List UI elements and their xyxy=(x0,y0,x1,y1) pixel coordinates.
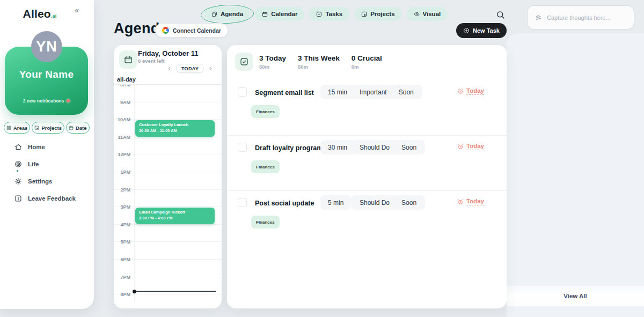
scribble-icon xyxy=(535,14,543,21)
tab-tasks[interactable]: Tasks xyxy=(309,7,349,21)
hour-label: 2PM xyxy=(114,187,130,193)
calendar-date-title: Friday, October 11 xyxy=(138,49,198,57)
tasks-icon xyxy=(316,11,322,17)
task-row: Draft loyalty program30 minShould DoSoon… xyxy=(227,136,507,191)
task-title[interactable]: Segment email list xyxy=(255,89,314,97)
sidebar-item-life[interactable]: Life xyxy=(0,156,94,173)
top-nav: AgendaCalendarTasksProjectsVisual xyxy=(204,7,448,21)
app-logo-suffix: .ai xyxy=(51,13,57,19)
calendar-grid: all-day8AM9AM10AM11AM12PM1PM2PM3PM4PM5PM… xyxy=(114,76,222,301)
task-checkbox[interactable] xyxy=(238,143,247,152)
hour-label: 8PM xyxy=(114,292,130,297)
task-row: Post social update5 minShould DoSoonToda… xyxy=(227,191,507,246)
sidebar-item-leave-feedback[interactable]: Leave Feedback xyxy=(0,190,94,207)
hour-label: 7PM xyxy=(114,275,130,280)
tab-visual[interactable]: Visual xyxy=(407,7,448,21)
right-panel: View All xyxy=(507,33,644,317)
new-task-button[interactable]: New Task xyxy=(456,23,507,38)
search-icon[interactable] xyxy=(496,10,505,19)
sidebar: Alleo.ai « YN Your Name 2 new notificati… xyxy=(0,0,94,309)
sidebar-filter-date[interactable]: Date xyxy=(66,122,90,134)
stat-time: 50m xyxy=(298,64,340,70)
sidebar-menu: HomeLifeSettingsLeave Feedback xyxy=(0,138,94,207)
task-stats: 3 Today50m3 This Week50m0 Crucial0m xyxy=(259,54,382,70)
hour-label: 1PM xyxy=(114,169,130,175)
hour-label: 6PM xyxy=(114,257,130,262)
task-duration-pill[interactable]: 5 min xyxy=(320,195,351,210)
tab-label: Visual xyxy=(423,11,441,17)
app-logo: Alleo.ai xyxy=(0,8,79,20)
avatar[interactable]: YN xyxy=(31,31,62,62)
filter-label: Areas xyxy=(13,125,27,131)
task-due-label: Today xyxy=(466,143,484,150)
tab-agenda[interactable]: Agenda xyxy=(204,7,250,21)
task-title[interactable]: Draft loyalty program xyxy=(255,144,323,152)
home-icon xyxy=(14,143,22,151)
event-title: Customer Loyalty Launch xyxy=(139,122,211,127)
stat-count: 0 Crucial xyxy=(352,54,382,62)
task-duration-pill[interactable]: 30 min xyxy=(320,140,355,154)
event-title: Email Campaign Kickoff xyxy=(139,210,211,215)
sidebar-item-settings[interactable]: Settings xyxy=(0,173,94,190)
task-priority: Should Do xyxy=(360,199,390,207)
gear-icon xyxy=(14,178,22,185)
menu-label: Settings xyxy=(28,178,52,185)
tab-projects[interactable]: Projects xyxy=(354,7,401,21)
google-logo-icon xyxy=(162,27,169,34)
task-title[interactable]: Post social update xyxy=(255,200,314,207)
task-tag[interactable]: Finances xyxy=(251,105,280,118)
task-priority-pill[interactable]: ImportantSoon xyxy=(351,85,422,99)
sidebar-collapse-icon[interactable]: « xyxy=(75,6,79,14)
task-due-label: Today xyxy=(466,198,484,205)
task-priority-pill[interactable]: Should DoSoon xyxy=(351,140,425,154)
calendar-icon xyxy=(262,11,268,17)
calendar-event[interactable]: Email Campaign Kickoff3:00 PM - 4:00 PM xyxy=(135,208,215,224)
task-tag[interactable]: Finances xyxy=(251,160,280,173)
hour-label: 3PM xyxy=(114,204,130,210)
alarm-icon xyxy=(457,88,464,94)
task-priority: Important xyxy=(360,89,387,96)
tab-label: Agenda xyxy=(221,11,243,17)
filter-label: Date xyxy=(76,125,87,131)
task-due[interactable]: Today xyxy=(457,198,484,205)
notification-dot-icon xyxy=(67,99,70,102)
today-button[interactable]: TODAY xyxy=(176,64,204,73)
notifications[interactable]: 2 new notifications xyxy=(5,98,88,104)
projects-icon xyxy=(34,126,39,130)
task-duration-pill[interactable]: 15 min xyxy=(320,85,355,99)
sidebar-item-home[interactable]: Home xyxy=(0,138,94,156)
task-due[interactable]: Today xyxy=(457,143,484,150)
sidebar-filter-projects[interactable]: Projects xyxy=(32,122,64,134)
calendar-event[interactable]: Customer Loyalty Launch10:00 AM - 11:00 … xyxy=(135,120,215,137)
tab-calendar[interactable]: Calendar xyxy=(255,7,304,21)
tasks-header-icon-box xyxy=(235,53,253,71)
task-priority-pill[interactable]: Should DoSoon xyxy=(351,195,425,210)
capture-thoughts-box[interactable] xyxy=(527,5,634,30)
task-tag[interactable]: Finances xyxy=(251,216,280,228)
view-all-link[interactable]: View All xyxy=(564,293,587,299)
task-checkbox[interactable] xyxy=(238,198,247,207)
menu-label: Home xyxy=(28,144,45,150)
task-stat-3-today: 3 Today50m xyxy=(259,54,286,70)
projects-icon xyxy=(361,11,367,17)
visual-icon xyxy=(414,11,420,17)
chevron-right-icon[interactable] xyxy=(208,66,213,71)
hour-label: 11AM xyxy=(114,135,130,140)
task-due[interactable]: Today xyxy=(457,87,484,95)
stat-count: 3 This Week xyxy=(298,54,340,62)
hour-label: 9AM xyxy=(114,100,130,105)
chevron-left-icon[interactable] xyxy=(167,66,172,71)
event-time: 3:00 PM - 4:00 PM xyxy=(139,216,211,220)
target-icon xyxy=(14,160,22,168)
calendar-header-icon-box xyxy=(119,50,137,69)
connect-calendar-label: Connect Calendar xyxy=(173,27,221,34)
task-timeframe: Soon xyxy=(399,89,414,96)
connect-calendar-button[interactable]: Connect Calendar xyxy=(155,23,228,38)
task-timeframe: Soon xyxy=(401,199,416,207)
hour-row-8pm[interactable]: 8PM xyxy=(114,294,222,301)
feedback-icon xyxy=(14,195,22,202)
sidebar-filter-areas[interactable]: Areas xyxy=(4,122,30,134)
task-checkbox[interactable] xyxy=(238,87,247,97)
capture-thoughts-input[interactable] xyxy=(547,14,626,21)
menu-label: Life xyxy=(28,161,39,167)
